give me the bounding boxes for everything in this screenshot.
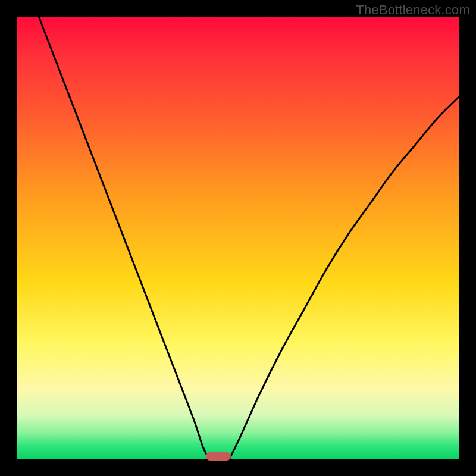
watermark-text: TheBottleneck.com xyxy=(356,2,470,18)
right-branch-curve xyxy=(229,96,459,459)
curve-layer xyxy=(17,17,459,459)
left-branch-curve xyxy=(39,17,209,459)
bottleneck-marker xyxy=(206,452,231,461)
chart-frame: TheBottleneck.com xyxy=(0,0,476,476)
plot-area xyxy=(17,17,459,459)
